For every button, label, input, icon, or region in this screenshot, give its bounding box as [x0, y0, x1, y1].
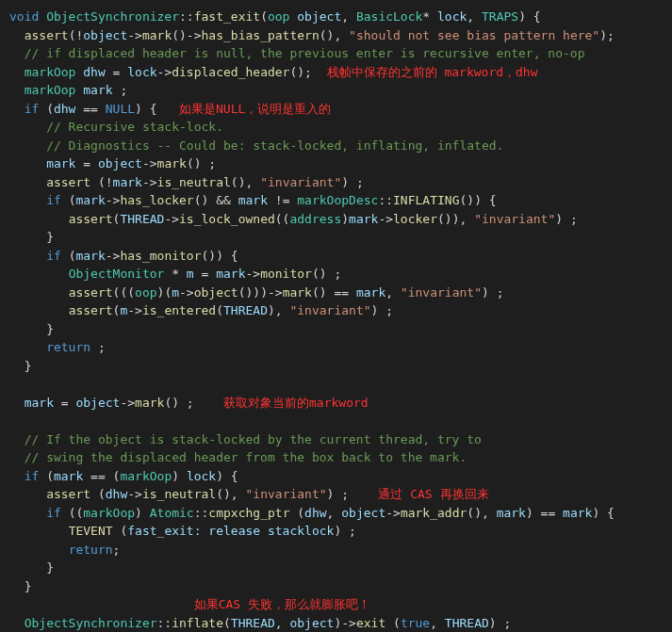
kw-void: void	[9, 9, 39, 24]
comment: // if displaced header is null, the prev…	[25, 46, 585, 60]
fn-fast-exit: fast_exit	[194, 9, 260, 24]
annotation: 栈帧中保存的之前的 markword，dhw	[327, 65, 538, 79]
code-block: void ObjectSynchronizer::fast_exit(oop o…	[0, 0, 672, 632]
annotation: 如果CAS 失败，那么就膨胀吧！	[194, 597, 370, 611]
annotation: 如果是NULL，说明是重入的	[179, 102, 331, 116]
annotation: 通过 CAS 再换回来	[378, 487, 488, 501]
type-objsync: ObjectSynchronizer	[46, 9, 179, 24]
annotation: 获取对象当前的markword	[223, 396, 369, 410]
